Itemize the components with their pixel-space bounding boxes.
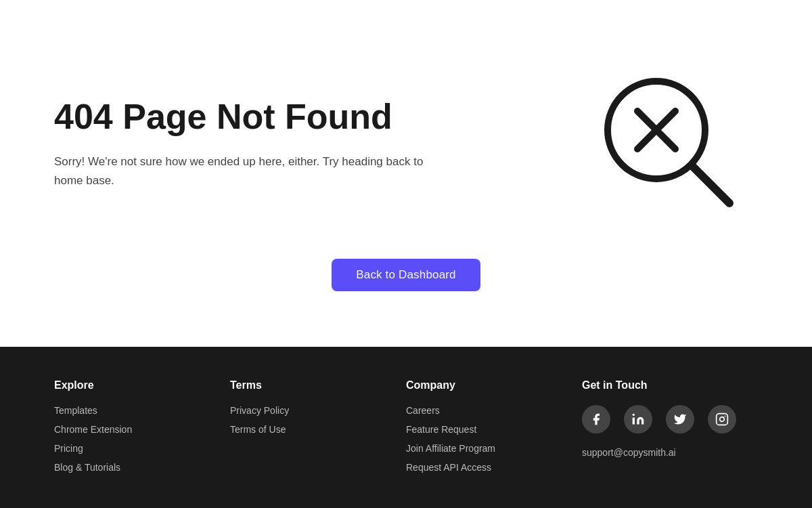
- explore-heading: Explore: [54, 379, 230, 391]
- footer-link-privacy-policy[interactable]: Privacy Policy: [230, 405, 406, 416]
- facebook-icon[interactable]: [582, 405, 610, 433]
- instagram-icon[interactable]: [708, 405, 736, 433]
- linkedin-icon[interactable]: [624, 405, 652, 433]
- svg-rect-6: [633, 418, 635, 425]
- footer-link-pricing[interactable]: Pricing: [54, 443, 230, 454]
- footer-link-chrome-extension[interactable]: Chrome Extension: [54, 424, 230, 435]
- footer: Explore Templates Chrome Extension Prici…: [0, 347, 812, 508]
- twitter-icon[interactable]: [666, 405, 694, 433]
- svg-line-5: [692, 166, 729, 203]
- svg-rect-8: [717, 414, 728, 425]
- svg-point-3: [654, 79, 659, 84]
- main-content: 404 Page Not Found Sorry! We're not sure…: [0, 0, 812, 347]
- footer-link-affiliate-program[interactable]: Join Affiliate Program: [406, 443, 582, 454]
- svg-point-4: [671, 81, 676, 87]
- back-to-dashboard-button[interactable]: Back to Dashboard: [332, 259, 480, 291]
- footer-explore-column: Explore Templates Chrome Extension Prici…: [54, 379, 230, 481]
- terms-heading: Terms: [230, 379, 406, 391]
- contact-heading: Get in Touch: [582, 379, 758, 391]
- hero-area: 404 Page Not Found Sorry! We're not sure…: [54, 56, 758, 232]
- footer-contact-column: Get in Touch: [582, 379, 758, 481]
- error-title: 404 Page Not Found: [54, 98, 555, 136]
- social-icons-group: [582, 405, 758, 433]
- error-illustration: [595, 69, 744, 218]
- footer-terms-column: Terms Privacy Policy Terms of Use: [230, 379, 406, 481]
- svg-point-7: [633, 414, 635, 416]
- button-area: Back to Dashboard: [54, 259, 758, 291]
- company-heading: Company: [406, 379, 582, 391]
- error-subtitle: Sorry! We're not sure how we ended up he…: [54, 152, 433, 189]
- support-email: support@copysmith.ai: [582, 447, 758, 458]
- footer-company-column: Company Careers Feature Request Join Aff…: [406, 379, 582, 481]
- footer-link-feature-request[interactable]: Feature Request: [406, 424, 582, 435]
- text-area: 404 Page Not Found Sorry! We're not sure…: [54, 98, 582, 190]
- illustration-area: [582, 56, 758, 232]
- footer-link-blog-tutorials[interactable]: Blog & Tutorials: [54, 462, 230, 473]
- footer-link-careers[interactable]: Careers: [406, 405, 582, 416]
- footer-link-api-access[interactable]: Request API Access: [406, 462, 582, 473]
- footer-link-templates[interactable]: Templates: [54, 405, 230, 416]
- footer-link-terms-of-use[interactable]: Terms of Use: [230, 424, 406, 435]
